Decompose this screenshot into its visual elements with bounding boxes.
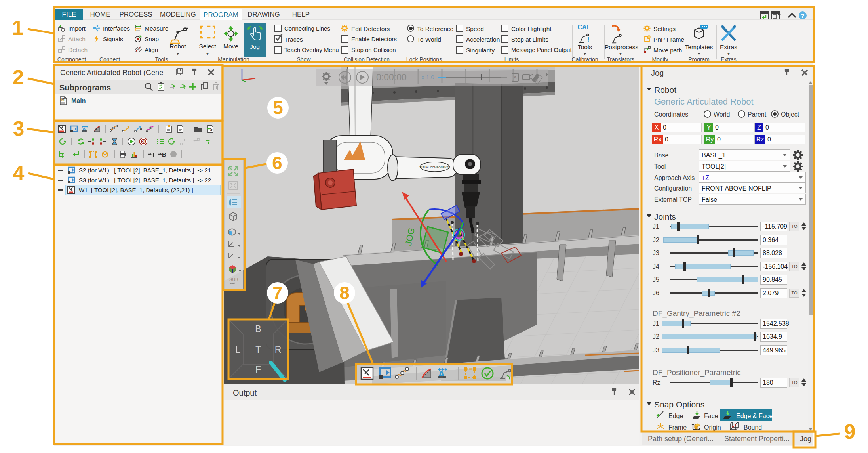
- svg-text:+++: +++: [82, 125, 88, 129]
- svg-text:VISUAL COMPONENTS: VISUAL COMPONENTS: [420, 166, 450, 169]
- svg-text:3: 3: [13, 117, 25, 140]
- svg-text:S: S: [142, 139, 145, 144]
- svg-text:4: 4: [13, 161, 25, 184]
- svg-text:A: A: [514, 75, 517, 80]
- svg-text:SUB: SUB: [229, 277, 238, 282]
- svg-text:9: 9: [844, 420, 856, 443]
- svg-text:L: L: [236, 344, 241, 355]
- svg-text:+++: +++: [438, 367, 447, 373]
- svg-text:S: S: [210, 127, 213, 132]
- svg-text:F: F: [255, 364, 261, 375]
- svg-text:B: B: [162, 151, 166, 158]
- svg-text:T: T: [152, 151, 155, 158]
- svg-text:2: 2: [13, 66, 24, 89]
- svg-text:1: 1: [12, 16, 24, 39]
- svg-text:x 1.0: x 1.0: [421, 74, 434, 80]
- svg-text:0:00:00: 0:00:00: [376, 72, 407, 82]
- svg-text:T: T: [255, 344, 261, 355]
- svg-text:B: B: [255, 324, 261, 334]
- svg-text:R: R: [275, 344, 282, 355]
- svg-text:M: M: [61, 97, 65, 101]
- svg-text:?: ?: [801, 12, 804, 19]
